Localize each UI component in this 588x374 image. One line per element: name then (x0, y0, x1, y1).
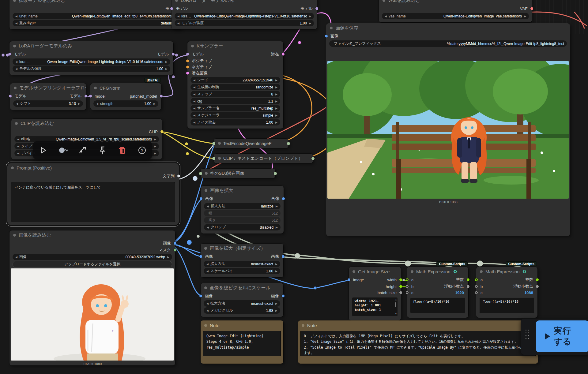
decrement-arrow-icon[interactable]: ◀ (17, 138, 19, 141)
collapsed-output-dot[interactable] (287, 142, 290, 145)
node-math-expression-1[interactable]: Custom-ScriptsMath Expression♻a整数b浮動小数点c… (407, 267, 468, 318)
node-load-vae[interactable]: VAEを読み込むVAE◀vae_nameQwen-Image-Edit\qwen… (379, 0, 532, 22)
collapse-dot[interactable] (204, 247, 207, 250)
help-icon[interactable]: ? (136, 144, 148, 156)
output-port-浮動小数点[interactable] (536, 285, 539, 288)
collapsed-input-dot[interactable] (212, 142, 215, 145)
pin-icon[interactable] (96, 144, 108, 156)
collapse-dot[interactable] (13, 234, 16, 237)
expression-field[interactable]: floor((a+8)/16)*16 (479, 297, 534, 313)
output-port-整数[interactable] (467, 279, 469, 281)
increment-arrow-icon[interactable]: ▶ (153, 102, 156, 105)
input-port-b[interactable] (406, 285, 409, 288)
decrement-arrow-icon[interactable]: ◀ (385, 15, 387, 18)
increment-arrow-icon[interactable]: ▶ (154, 138, 156, 141)
increment-arrow-icon[interactable]: ▶ (275, 86, 277, 89)
queue-dot-icon[interactable] (57, 144, 69, 156)
decrement-arrow-icon[interactable]: ◀ (206, 263, 209, 266)
collapse-dot[interactable] (15, 122, 18, 125)
reroute-dot[interactable] (2, 54, 5, 57)
input-port-画像[interactable] (199, 255, 202, 258)
widget-サンプラー名[interactable]: ◀サンプラー名res_multistep▶ (190, 105, 280, 111)
trash-icon[interactable] (116, 144, 128, 156)
collapsed-input-dot[interactable] (212, 157, 215, 160)
collapse-dot[interactable] (191, 45, 194, 47)
input-port-c[interactable] (475, 291, 478, 294)
collapsed-output-dot[interactable] (311, 157, 315, 160)
widget-重みdtype[interactable]: ◀重みdtypedefault▶ (13, 20, 179, 26)
prompt-textarea[interactable]: ベンチに座っている感じにして服装をスーツにして (11, 182, 175, 222)
increment-arrow-icon[interactable]: ▶ (275, 270, 277, 273)
input-port-モデル[interactable] (8, 53, 11, 56)
scroll-up-icon[interactable]: ▲ (395, 299, 397, 301)
output-port-画像[interactable] (174, 242, 176, 245)
widget-シード[interactable]: ◀シード290240557151940▶ (190, 77, 280, 83)
output-port-画像[interactable] (282, 295, 285, 297)
input-port-b[interactable] (475, 285, 478, 288)
node-header[interactable]: 画像を拡大 (201, 186, 284, 195)
node-header[interactable]: CFGNorm (90, 83, 161, 92)
input-port-c[interactable] (406, 291, 409, 294)
widget-高さ[interactable]: 高さ512 (204, 217, 281, 223)
widget-unet_name[interactable]: ◀unet_nameQwen-Image-Edit\qwen_image_edi… (13, 13, 179, 19)
node-lora-loader-left[interactable]: LoRAローダーモデルのみモデルモデル◀lora ...Qwen-Image-E… (9, 41, 173, 75)
widget-vae_name[interactable]: ◀vae_nameQwen-Image-Edit\qwen_image_vae.… (382, 13, 529, 19)
node-load-image[interactable]: 画像を読み込む画像マスク◀画像00049-532387092.webp▶アップロ… (9, 230, 175, 365)
decrement-arrow-icon[interactable]: ◀ (193, 86, 195, 89)
increment-arrow-icon[interactable]: ▶ (275, 309, 277, 312)
widget-モデルの強度[interactable]: ◀モデルの強度1.00▶ (175, 20, 314, 26)
decrement-arrow-icon[interactable]: ◀ (206, 309, 209, 312)
decrement-arrow-icon[interactable]: ◀ (15, 60, 17, 63)
input-port-a[interactable] (406, 279, 409, 281)
node-header[interactable]: Note (201, 320, 283, 330)
decrement-arrow-icon[interactable]: ◀ (206, 302, 209, 305)
reroute-dot[interactable] (197, 235, 200, 238)
reroute-dot[interactable] (175, 54, 178, 57)
widget-strength[interactable]: ◀strength1.00▶ (93, 100, 158, 107)
node-lora-loader-top[interactable]: LoRAローダーモデルのみモデルモデル◀lora ...Qwen-Image-E… (172, 0, 317, 29)
node-header[interactable]: 拡散モデルを読み込む (9, 0, 182, 5)
reroute-dot[interactable] (298, 41, 301, 44)
increment-arrow-icon[interactable]: ▶ (275, 93, 277, 96)
widget-cfg[interactable]: ◀cfg1.1▶ (190, 98, 280, 104)
increment-arrow-icon[interactable]: ▶ (275, 121, 277, 124)
increment-arrow-icon[interactable]: ▶ (275, 302, 277, 305)
input-port-モデル[interactable] (9, 95, 12, 98)
collapse-dot[interactable] (218, 157, 221, 160)
node-header[interactable]: CLIPを読み込む (11, 119, 162, 128)
node-load-diffusion-model[interactable]: 拡散モデルを読み込むモデル◀unet_nameQwen-Image-Edit\q… (9, 0, 182, 29)
decrement-arrow-icon[interactable]: ◀ (193, 93, 195, 96)
widget-クロップ[interactable]: ◀クロップdisabled▶ (204, 224, 281, 230)
increment-arrow-icon[interactable]: ▶ (165, 67, 168, 70)
widget-モデルの強度[interactable]: ◀モデルの強度1.00▶ (13, 65, 170, 72)
input-port-ネガティブ[interactable] (186, 66, 189, 69)
widget-幅[interactable]: 幅512 (204, 210, 281, 216)
decrement-arrow-icon[interactable]: ◀ (96, 102, 98, 105)
widget-スケールバイ[interactable]: ◀スケールバイ1.00▶ (204, 268, 280, 274)
collapse-dot[interactable] (411, 270, 413, 273)
widget-ファイル名_プレフィックス[interactable]: ファイル名_プレフィックス%date:yyyyMMdd_hhmmss%_I2I_… (329, 40, 567, 47)
input-port-画像[interactable] (325, 35, 328, 38)
reroute-dot[interactable] (405, 260, 411, 267)
node-upscale-image[interactable]: 画像を拡大画像画像◀拡大方法lanczos▶幅512高さ512◀クロップdisa… (201, 186, 284, 234)
node-header[interactable]: VAEを読み込む (379, 0, 532, 5)
decrement-arrow-icon[interactable]: ◀ (193, 107, 195, 110)
node-empty-sd3-latent[interactable]: 空のSD3潜在画像 (201, 169, 275, 178)
node-header[interactable]: Math Expression♻ (407, 267, 468, 276)
reroute-dot[interactable] (193, 176, 198, 181)
collapse-dot[interactable] (330, 27, 333, 29)
widget-生成後の制御[interactable]: ◀生成後の制御randomize▶ (190, 84, 280, 90)
input-port-ポジティブ[interactable] (186, 60, 189, 62)
collapse-dot[interactable] (302, 324, 304, 327)
decrement-arrow-icon[interactable]: ◀ (15, 22, 17, 25)
node-cfgnorm[interactable]: [BETA]CFGNormmodelpatched_model◀strength… (90, 83, 161, 110)
node-scale-image-to-total-pixels[interactable]: 画像を総ピクセルにスケール画像画像◀拡大方法nearest-exact▶◀メガピ… (201, 283, 283, 317)
decrement-arrow-icon[interactable]: ◀ (17, 145, 19, 148)
decrement-arrow-icon[interactable]: ◀ (177, 15, 179, 18)
widget-lora ...[interactable]: ◀lora ...Qwen-Image-Edit\Qwen-Image-Ligh… (13, 58, 170, 65)
widget-画像[interactable]: ◀画像00049-532387092.webp▶ (13, 254, 172, 260)
output-port-batch_size[interactable] (399, 291, 402, 294)
increment-arrow-icon[interactable]: ▶ (275, 100, 277, 103)
collapse-dot[interactable] (94, 87, 97, 89)
collapse-dot[interactable] (205, 189, 207, 192)
